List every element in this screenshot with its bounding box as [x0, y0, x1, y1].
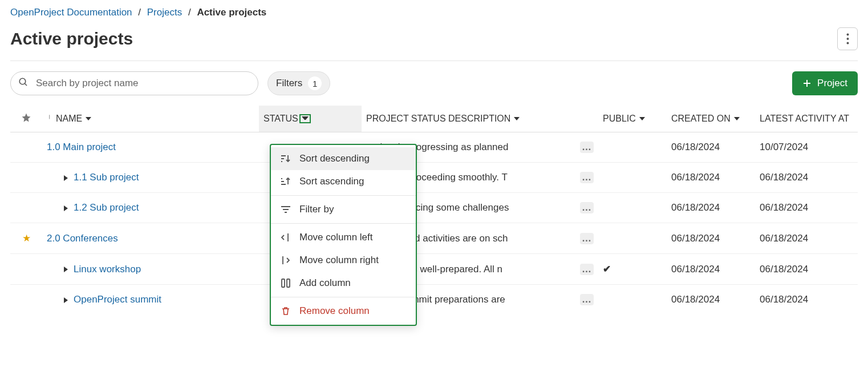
col-public-label: PUBLIC — [603, 114, 636, 124]
project-link[interactable]: 1.2 Sub project — [74, 202, 139, 213]
plus-icon — [802, 79, 812, 88]
more-badge[interactable]: … — [580, 264, 594, 275]
breadcrumb-current: Active projects — [197, 7, 266, 18]
col-name-label: NAME — [56, 114, 82, 124]
expand-icon[interactable] — [64, 297, 68, 303]
svg-point-0 — [846, 34, 849, 36]
table-row: OpenProject summitProject Summit prepara… — [10, 285, 858, 315]
sort-desc-icon — [280, 154, 291, 163]
move-right-icon — [280, 256, 291, 265]
table-row: ★2.0 Conferencesence-related activities … — [10, 223, 858, 254]
menu-remove-column[interactable]: Remove column — [271, 300, 416, 319]
svg-point-3 — [19, 78, 26, 84]
menu-label: Add column — [299, 277, 351, 289]
caret-down-icon — [302, 116, 309, 121]
project-link[interactable]: 1.1 Sub project — [74, 172, 139, 183]
created-on: 06/18/2024 — [667, 254, 755, 285]
project-link[interactable]: OpenProject summit — [74, 294, 161, 305]
page-title: Active projects — [10, 29, 133, 49]
star-filled-icon[interactable]: ★ — [22, 233, 31, 244]
projects-table: ᛌ NAME STATUS PROJECT STATUS DESCRIPTION — [10, 106, 858, 314]
svg-point-2 — [846, 42, 849, 45]
more-menu-button[interactable] — [837, 27, 858, 50]
svg-line-4 — [25, 83, 27, 86]
table-row: 1.0 Main projectproject is progressing a… — [10, 132, 858, 163]
trash-icon — [280, 307, 291, 316]
col-created-label: CREATED ON — [671, 114, 731, 124]
svg-rect-21 — [287, 279, 290, 287]
svg-rect-20 — [282, 279, 285, 287]
filters-button[interactable]: Filters 1 — [267, 71, 330, 95]
latest-activity: 06/18/2024 — [755, 223, 858, 254]
col-activity[interactable]: LATEST ACTIVITY AT — [755, 106, 858, 132]
col-created[interactable]: CREATED ON — [667, 106, 755, 132]
search-icon — [18, 77, 29, 90]
col-description[interactable]: PROJECT STATUS DESCRIPTION — [362, 106, 571, 132]
table-row: Linux workshopworkshop is well-prepared.… — [10, 254, 858, 285]
menu-label: Move column right — [299, 255, 379, 266]
more-badge[interactable]: … — [580, 202, 594, 213]
project-link[interactable]: 2.0 Conferences — [47, 233, 118, 244]
created-on: 06/18/2024 — [667, 285, 755, 315]
breadcrumb-sep: / — [185, 7, 194, 18]
kebab-icon — [846, 33, 849, 45]
col-public[interactable]: PUBLIC — [598, 106, 667, 132]
caret-down-icon — [86, 117, 91, 120]
filter-icon — [280, 205, 291, 213]
hierarchy-icon: ᛌ — [47, 114, 52, 124]
menu-label: Filter by — [299, 204, 334, 215]
table-row: 1.2 Sub projectproject is facing some ch… — [10, 193, 858, 223]
breadcrumb-projects[interactable]: Projects — [147, 7, 182, 18]
search-wrapper — [10, 71, 258, 95]
more-badge[interactable]: … — [580, 172, 594, 183]
latest-activity: 06/18/2024 — [755, 193, 858, 223]
add-project-button[interactable]: Project — [792, 71, 858, 95]
latest-activity: 06/18/2024 — [755, 285, 858, 315]
menu-sort-descending[interactable]: Sort descending — [271, 147, 416, 170]
filters-label: Filters — [276, 78, 302, 89]
col-activity-label: LATEST ACTIVITY AT — [760, 114, 849, 124]
breadcrumb: OpenProject Documentation / Projects / A… — [10, 5, 858, 25]
caret-down-icon — [639, 117, 645, 120]
menu-label: Sort descending — [299, 153, 370, 164]
menu-label: Move column left — [299, 232, 373, 243]
svg-point-1 — [846, 38, 849, 40]
col-name[interactable]: ᛌ NAME — [42, 106, 259, 132]
latest-activity: 06/18/2024 — [755, 163, 858, 193]
breadcrumb-sep: / — [135, 7, 144, 18]
menu-add-column[interactable]: Add column — [271, 272, 416, 295]
menu-move-right[interactable]: Move column right — [271, 249, 416, 272]
expand-icon[interactable] — [64, 267, 68, 272]
more-badge[interactable]: … — [580, 142, 594, 153]
expand-icon[interactable] — [64, 175, 68, 181]
expand-icon[interactable] — [64, 205, 68, 211]
caret-down-icon — [514, 117, 520, 120]
sort-asc-icon — [280, 177, 291, 186]
check-icon: ✔ — [603, 264, 611, 275]
breadcrumb-root[interactable]: OpenProject Documentation — [10, 7, 132, 18]
status-column-menu: Sort descending Sort ascending Filter by… — [270, 144, 417, 319]
latest-activity: 06/18/2024 — [755, 254, 858, 285]
project-link[interactable]: 1.0 Main project — [47, 142, 116, 152]
col-status-label: STATUS — [263, 114, 298, 124]
project-link[interactable]: Linux workshop — [74, 264, 141, 275]
search-input[interactable] — [10, 71, 258, 95]
table-row: 1.1 Sub projectproject is proceeding smo… — [10, 163, 858, 193]
menu-label: Remove column — [299, 305, 370, 317]
columns-icon — [280, 279, 291, 288]
caret-down-icon — [734, 117, 740, 120]
move-left-icon — [280, 233, 291, 242]
col-status[interactable]: STATUS — [259, 106, 362, 132]
col-favorite[interactable] — [10, 106, 42, 132]
more-badge[interactable]: … — [580, 294, 594, 305]
menu-sort-ascending[interactable]: Sort ascending — [271, 170, 416, 193]
menu-filter-by[interactable]: Filter by — [271, 198, 416, 221]
menu-label: Sort ascending — [299, 176, 364, 187]
created-on: 06/18/2024 — [667, 163, 755, 193]
more-badge[interactable]: … — [580, 233, 594, 244]
star-icon — [21, 112, 31, 123]
created-on: 06/18/2024 — [667, 193, 755, 223]
filters-badge: 1 — [308, 76, 322, 90]
col-desc-label: PROJECT STATUS DESCRIPTION — [366, 114, 510, 124]
menu-move-left[interactable]: Move column left — [271, 226, 416, 249]
